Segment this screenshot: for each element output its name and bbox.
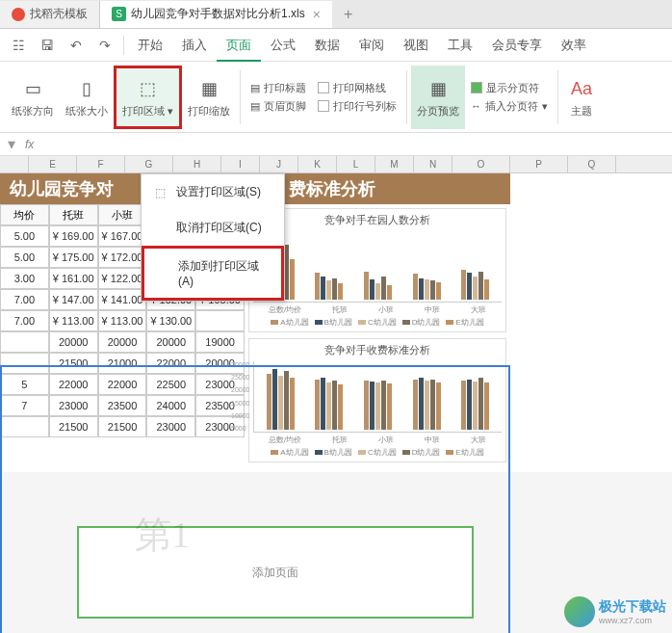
- table-cell[interactable]: ¥ 161.00: [49, 268, 98, 289]
- table-cell[interactable]: 7: [0, 395, 49, 416]
- table-cell[interactable]: 5: [0, 374, 49, 395]
- table-cell[interactable]: ¥ 169.00: [49, 225, 98, 247]
- table-cell[interactable]: 22000: [49, 374, 98, 395]
- menu-member[interactable]: 会员专享: [482, 37, 552, 54]
- menu-efficiency[interactable]: 效率: [552, 37, 596, 54]
- menu-insert[interactable]: 插入: [172, 37, 217, 54]
- table-cell[interactable]: [0, 331, 49, 353]
- table-cell[interactable]: 20000: [49, 331, 98, 353]
- col-header[interactable]: M: [375, 156, 414, 172]
- app-menu-icon[interactable]: ☷: [6, 33, 31, 58]
- menu-data[interactable]: 数据: [305, 37, 349, 54]
- add-page-zone[interactable]: 添加页面: [77, 526, 474, 619]
- print-area-button[interactable]: ⬚ 打印区域 ▾: [114, 66, 182, 129]
- menu-review[interactable]: 审阅: [349, 37, 394, 54]
- col-header[interactable]: F: [77, 156, 125, 172]
- table-header[interactable]: 小班: [98, 204, 147, 225]
- tab-templates[interactable]: 找稻壳模板: [0, 1, 100, 28]
- col-header[interactable]: Q: [568, 156, 616, 172]
- table-cell[interactable]: ¥ 175.00: [49, 247, 98, 268]
- name-box-icon[interactable]: ▾: [8, 135, 15, 153]
- col-header[interactable]: G: [125, 156, 173, 172]
- table-cell[interactable]: ¥ 147.00: [49, 289, 98, 310]
- table-cell[interactable]: 21500: [98, 416, 147, 437]
- new-tab-button[interactable]: +: [332, 1, 364, 28]
- chart-enrollment[interactable]: 竞争对手在园人数分析 总数/均价托班小班中班大班 A幼儿园B幼儿园C幼儿园D幼儿…: [248, 208, 506, 332]
- col-header[interactable]: H: [173, 156, 221, 172]
- table-cell[interactable]: 21500: [49, 353, 98, 374]
- table-cell[interactable]: 23000: [146, 416, 195, 437]
- table-cell[interactable]: 3.00: [0, 268, 49, 289]
- table-header[interactable]: 托班: [49, 204, 98, 225]
- print-zoom-button[interactable]: ▦ 打印缩放: [182, 66, 236, 129]
- table-cell[interactable]: 21000: [98, 353, 147, 374]
- menu-start[interactable]: 开始: [128, 37, 172, 54]
- table-cell[interactable]: [195, 310, 245, 331]
- page-preview-button[interactable]: ▦ 分页预览: [411, 66, 465, 129]
- table-cell[interactable]: 7.00: [0, 289, 49, 310]
- table-row[interactable]: 723000235002400023500: [0, 395, 245, 416]
- menu-formula[interactable]: 公式: [261, 37, 305, 54]
- col-header[interactable]: P: [510, 156, 568, 172]
- col-header[interactable]: J: [260, 156, 298, 172]
- table-cell[interactable]: 23000: [49, 395, 98, 416]
- table-cell[interactable]: 19000: [195, 331, 245, 353]
- table-cell[interactable]: 20000: [146, 331, 195, 353]
- redo-icon[interactable]: ↷: [92, 33, 117, 58]
- table-header[interactable]: 均价: [0, 204, 49, 225]
- table-cell[interactable]: ¥ 122.00: [98, 268, 147, 289]
- col-header[interactable]: O: [452, 156, 510, 172]
- show-pagebreak-checkbox[interactable]: 显示分页符: [471, 81, 548, 95]
- table-row[interactable]: 7.00¥ 113.00¥ 113.00¥ 130.00: [0, 310, 245, 331]
- print-title-button[interactable]: ▤ 打印标题: [250, 81, 306, 95]
- table-row[interactable]: 21500215002300023000: [0, 416, 245, 437]
- print-rowcol-checkbox[interactable]: 打印行号列标: [318, 99, 397, 114]
- print-gridlines-checkbox[interactable]: 打印网格线: [318, 81, 397, 95]
- table-cell[interactable]: 5.00: [0, 225, 49, 247]
- paper-size-button[interactable]: ▯ 纸张大小: [60, 66, 114, 129]
- table-cell[interactable]: 20000: [98, 331, 147, 353]
- table-cell[interactable]: ¥ 141.00: [98, 289, 147, 310]
- table-cell[interactable]: 7.00: [0, 310, 49, 331]
- header-footer-button[interactable]: ▤ 页眉页脚: [250, 99, 306, 114]
- close-icon[interactable]: ×: [313, 7, 321, 22]
- table-cell[interactable]: [0, 353, 49, 374]
- col-header[interactable]: E: [29, 156, 77, 172]
- col-header[interactable]: N: [414, 156, 452, 172]
- theme-button[interactable]: Aa 主题: [562, 66, 601, 129]
- col-header[interactable]: [0, 156, 29, 172]
- fx-icon[interactable]: fx: [25, 138, 34, 151]
- table-cell[interactable]: 23500: [98, 395, 147, 416]
- table-cell[interactable]: [0, 416, 49, 437]
- table-row[interactable]: 20000200002000019000: [0, 331, 245, 353]
- table-cell[interactable]: 22000: [98, 374, 147, 395]
- paper-direction-button[interactable]: ▭ 纸张方向: [6, 66, 60, 129]
- menu-tools[interactable]: 工具: [438, 37, 482, 54]
- table-cell[interactable]: 24000: [146, 395, 195, 416]
- worksheet[interactable]: ⬚ 设置打印区域(S) 取消打印区域(C) 添加到打印区域(A) 幼儿园竞争对 …: [0, 173, 672, 472]
- cancel-print-area-item[interactable]: 取消打印区域(C): [142, 210, 284, 246]
- undo-icon[interactable]: ↶: [64, 33, 89, 58]
- col-header[interactable]: L: [337, 156, 375, 172]
- save-icon[interactable]: 🖫: [35, 33, 60, 58]
- table-cell[interactable]: ¥ 113.00: [49, 310, 98, 331]
- table-cell[interactable]: ¥ 172.00: [98, 247, 147, 268]
- table-row[interactable]: 522000220002250023000: [0, 374, 245, 395]
- menu-page[interactable]: 页面: [217, 37, 261, 62]
- table-cell[interactable]: 22000: [146, 353, 195, 374]
- table-cell[interactable]: ¥ 167.00: [98, 225, 147, 247]
- chart-pricing[interactable]: 竞争对手收费标准分析 30000250002000015000100005000…: [248, 338, 506, 462]
- col-header[interactable]: K: [298, 156, 337, 172]
- insert-pagebreak-button[interactable]: ↔ 插入分页符 ▾: [471, 99, 548, 114]
- table-cell[interactable]: 5.00: [0, 247, 49, 268]
- menu-view[interactable]: 视图: [394, 37, 438, 54]
- tab-active-document[interactable]: S 幼儿园竞争对手数据对比分析1.xls ×: [100, 1, 332, 28]
- table-cell[interactable]: ¥ 113.00: [98, 310, 147, 331]
- table-cell[interactable]: ¥ 130.00: [146, 310, 195, 331]
- table-row[interactable]: 21500210002200020000: [0, 353, 245, 374]
- table-cell[interactable]: 22500: [146, 374, 195, 395]
- add-print-area-item[interactable]: 添加到打印区域(A): [142, 246, 284, 301]
- table-cell[interactable]: 21500: [49, 416, 98, 437]
- set-print-area-item[interactable]: ⬚ 设置打印区域(S): [142, 174, 284, 210]
- col-header[interactable]: I: [221, 156, 260, 172]
